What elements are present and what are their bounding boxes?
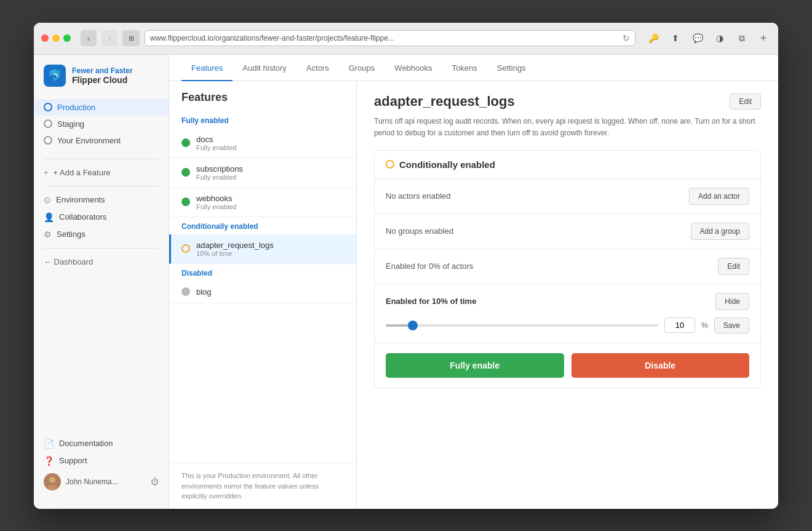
section-label-conditionally-enabled: Conditionally enabled	[169, 217, 356, 234]
status-header: Conditionally enabled	[375, 151, 760, 179]
sidebar-item-settings[interactable]: ⚙ Settings	[34, 226, 169, 243]
chat-icon[interactable]: 💬	[688, 30, 707, 46]
feat-info-webhooks: webhooks Fully enabled	[196, 194, 236, 210]
detail-edit-button[interactable]: Edit	[730, 94, 761, 110]
sidebar-item-collaborators[interactable]: 👤 Collaborators	[34, 209, 169, 226]
sidebar-label-support: Support	[59, 456, 87, 465]
pip-icon[interactable]: ⧉	[733, 30, 751, 46]
sidebar-label-environments: Environments	[56, 195, 105, 204]
add-tab-button[interactable]: +	[756, 31, 771, 46]
feat-info-docs: docs Fully enabled	[196, 135, 236, 151]
app-body: 🐬 Fewer and Faster Flipper Cloud Product…	[34, 55, 778, 509]
feature-item-docs[interactable]: docs Fully enabled	[169, 129, 356, 158]
support-icon: ❓	[44, 456, 54, 466]
feat-name-subscriptions: subscriptions	[196, 164, 243, 174]
toolbar-icons: 🔑 ⬆ 💬 ◑ ⧉	[644, 30, 751, 46]
app-name: Flipper Cloud	[72, 75, 133, 85]
feat-info-blog: blog	[196, 287, 212, 297]
features-footer: This is your Production environment. All…	[169, 463, 356, 509]
hide-button[interactable]: Hide	[715, 293, 749, 310]
brand: 🐬 Fewer and Faster Flipper Cloud	[34, 65, 169, 99]
sidebar-label-your-env: Your Environment	[57, 136, 121, 145]
sidebar-item-support[interactable]: ❓ Support	[34, 452, 169, 469]
close-button[interactable]	[41, 34, 49, 42]
minimize-button[interactable]	[52, 34, 60, 42]
add-feature-icon: +	[44, 168, 49, 177]
feat-dot-adapter	[181, 244, 190, 253]
settings-icon: ⚙	[44, 230, 52, 239]
sidebar-divider-2	[44, 186, 159, 186]
slider-thumb[interactable]	[408, 321, 418, 330]
avatar	[44, 473, 61, 490]
add-feature-button[interactable]: + + Add a Feature	[34, 164, 169, 181]
time-row: Enabled for 10% of time Hide % Sa	[375, 284, 760, 343]
sidebar-item-staging[interactable]: Staging	[34, 116, 169, 132]
top-nav: Features Audit history Actors Groups Web…	[169, 55, 778, 81]
feat-dot-subscriptions	[181, 168, 190, 177]
back-nav-button[interactable]: ‹	[81, 30, 97, 46]
disable-button[interactable]: Disable	[571, 353, 750, 378]
share-icon[interactable]: ⬆	[666, 30, 685, 46]
fully-enable-button[interactable]: Fully enable	[386, 353, 564, 378]
env-dot-your	[44, 136, 52, 145]
power-icon[interactable]: ⏻	[151, 477, 159, 486]
tab-settings[interactable]: Settings	[487, 55, 536, 81]
tab-webhooks[interactable]: Webhooks	[384, 55, 442, 81]
tab-audit-history[interactable]: Audit history	[233, 55, 297, 81]
tab-groups[interactable]: Groups	[339, 55, 385, 81]
main-panels: Features Fully enabled docs Fully enable…	[169, 81, 778, 509]
add-group-button[interactable]: Add a group	[691, 223, 749, 240]
environments-section: Production Staging Your Environment	[34, 99, 169, 154]
section-label-disabled: Disabled	[169, 264, 356, 281]
feat-dot-docs	[181, 138, 190, 147]
pct-actors-label: Enabled for 0% of actors	[386, 262, 473, 271]
doc-icon: 📄	[44, 439, 54, 449]
slider-value-input[interactable]	[664, 317, 695, 333]
status-row-actors: No actors enabled Add an actor	[375, 179, 760, 214]
features-title: Features	[169, 81, 356, 111]
feature-item-webhooks[interactable]: webhooks Fully enabled	[169, 188, 356, 217]
maximize-button[interactable]	[63, 34, 71, 42]
sidebar-label-settings: Settings	[57, 230, 86, 239]
detail-description: Turns off api request log audit records.…	[374, 116, 761, 139]
tab-actors[interactable]: Actors	[297, 55, 339, 81]
time-label-row: Enabled for 10% of time Hide	[386, 293, 749, 310]
feat-info-subscriptions: subscriptions Fully enabled	[196, 164, 243, 181]
pct-symbol: %	[701, 321, 708, 330]
url-bar[interactable]: www.flippercloud.io/organizations/fewer-…	[145, 30, 635, 46]
sidebar-item-documentation[interactable]: 📄 Documentation	[34, 435, 169, 452]
edit-pct-actors-button[interactable]: Edit	[718, 258, 749, 275]
feat-name-adapter: adapter_request_logs	[196, 241, 274, 250]
feat-name-docs: docs	[196, 135, 236, 144]
tab-features[interactable]: Features	[181, 55, 233, 81]
sidebar-item-your-environment[interactable]: Your Environment	[34, 132, 169, 149]
add-feature-label: + Add a Feature	[54, 168, 111, 177]
slider-track[interactable]	[386, 324, 658, 327]
status-title: Conditionally enabled	[399, 159, 495, 170]
save-button[interactable]: Save	[714, 317, 749, 333]
contrast-icon[interactable]: ◑	[710, 30, 729, 46]
sidebar: 🐬 Fewer and Faster Flipper Cloud Product…	[34, 55, 169, 509]
sidebar-label-production: Production	[57, 103, 95, 112]
reload-icon[interactable]: ↻	[623, 33, 630, 43]
sidebar-item-environments[interactable]: ⊙ Environments	[34, 191, 169, 209]
feat-sub-subscriptions: Fully enabled	[196, 174, 243, 181]
app-window: ‹ › ⊞ www.flippercloud.io/organizations/…	[34, 23, 778, 509]
titlebar: ‹ › ⊞ www.flippercloud.io/organizations/…	[34, 23, 778, 55]
status-dot	[386, 160, 394, 169]
feature-item-adapter-request-logs[interactable]: adapter_request_logs 10% of time	[169, 234, 356, 264]
sidebar-item-dashboard[interactable]: ← Dashboard	[34, 254, 169, 270]
feature-item-blog[interactable]: blog	[169, 281, 356, 303]
sidebar-item-production[interactable]: Production	[34, 99, 169, 116]
sidebar-divider-1	[44, 159, 159, 159]
add-actor-button[interactable]: Add an actor	[689, 188, 749, 205]
tab-tokens[interactable]: Tokens	[442, 55, 487, 81]
status-row-pct-actors: Enabled for 0% of actors Edit	[375, 249, 760, 284]
collaborators-icon: 👤	[44, 212, 54, 222]
tab-view-button[interactable]: ⊞	[122, 30, 140, 46]
sidebar-bottom: 📄 Documentation ❓ Support John	[34, 430, 169, 499]
feature-item-subscriptions[interactable]: subscriptions Fully enabled	[169, 158, 356, 188]
env-dot-production	[44, 103, 52, 111]
password-icon[interactable]: 🔑	[644, 30, 663, 46]
forward-nav-button[interactable]: ›	[102, 30, 117, 46]
